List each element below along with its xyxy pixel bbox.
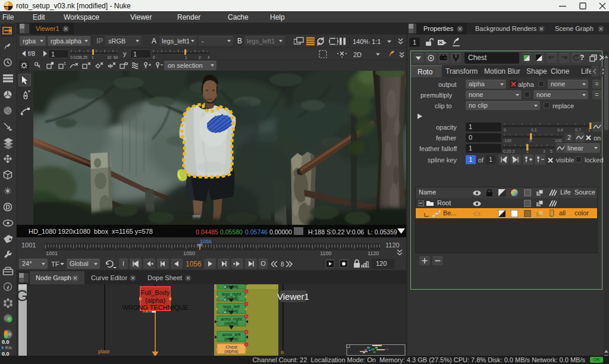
svg-text:1: 1 bbox=[526, 149, 529, 153]
svg-text:1050: 1050 bbox=[183, 250, 195, 256]
svg-text:0: 0 bbox=[504, 128, 506, 132]
svg-text:0.1: 0.1 bbox=[531, 128, 537, 132]
svg-text:2: 2 bbox=[199, 55, 201, 59]
svg-text:(alpha): (alpha) bbox=[224, 321, 238, 326]
svg-text:1100: 1100 bbox=[320, 250, 331, 256]
svg-text:0: 0 bbox=[153, 55, 155, 59]
svg-text:0.20.3: 0.20.3 bbox=[503, 149, 515, 153]
svg-text:WRONG TECHNIQUE: WRONG TECHNIQUE bbox=[122, 304, 188, 311]
svg-text:8: 8 bbox=[281, 261, 284, 267]
svg-text:64: 64 bbox=[114, 55, 118, 59]
svg-text:B: B bbox=[281, 350, 284, 355]
svg-text:1120: 1120 bbox=[368, 250, 379, 256]
svg-text:1:1: 1:1 bbox=[372, 38, 381, 45]
svg-text:-100: -100 bbox=[503, 139, 511, 143]
svg-text:5: 5 bbox=[550, 149, 553, 153]
svg-text:Viewer1: Viewer1 bbox=[277, 291, 309, 302]
svg-text:1: 1 bbox=[588, 128, 591, 132]
svg-text:1: 1 bbox=[185, 55, 187, 59]
svg-text:0.0: 0.0 bbox=[2, 339, 10, 345]
svg-text:10: 10 bbox=[107, 55, 112, 59]
svg-text:Full_Body: Full_Body bbox=[141, 289, 170, 296]
svg-text:0.7: 0.7 bbox=[575, 128, 581, 132]
svg-text:100: 100 bbox=[555, 139, 562, 143]
svg-text:2D: 2D bbox=[353, 51, 362, 58]
svg-text:0: 0 bbox=[529, 139, 532, 143]
svg-text:1: 1 bbox=[92, 55, 94, 59]
svg-text:1001: 1001 bbox=[46, 250, 58, 256]
svg-text:1: 1 bbox=[64, 61, 66, 65]
svg-text:G: G bbox=[17, 287, 28, 305]
svg-text:(alpha): (alpha) bbox=[145, 297, 165, 304]
svg-text:140%: 140% bbox=[353, 38, 369, 45]
svg-text:plate: plate bbox=[98, 349, 110, 354]
svg-text:1056: 1056 bbox=[200, 239, 212, 244]
svg-text:K/s: K/s bbox=[5, 345, 12, 350]
svg-text:0.4: 0.4 bbox=[557, 128, 563, 132]
svg-text:3: 3 bbox=[543, 149, 545, 153]
svg-text:0.0156.25: 0.0156.25 bbox=[70, 55, 87, 59]
svg-text:(alpha): (alpha) bbox=[224, 349, 238, 354]
svg-text:D: D bbox=[6, 204, 10, 211]
svg-text:4: 4 bbox=[208, 55, 209, 59]
